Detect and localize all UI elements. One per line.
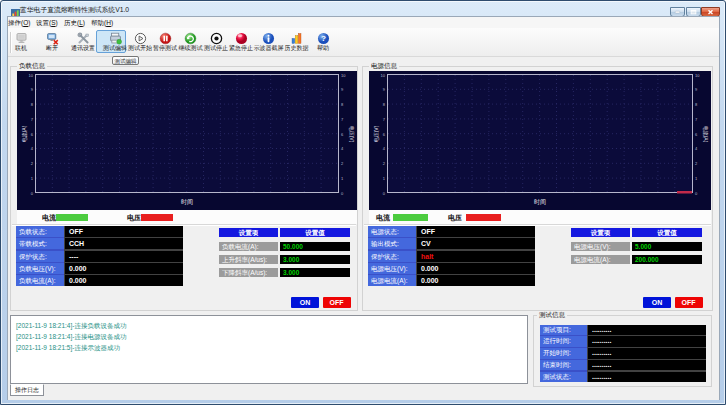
svg-text:2: 2 (383, 161, 386, 166)
svg-text:2: 2 (31, 161, 34, 166)
svg-text:7: 7 (383, 117, 386, 122)
svg-text:9: 9 (31, 87, 34, 92)
svg-text:4: 4 (341, 146, 344, 151)
svg-text:6: 6 (341, 132, 344, 137)
svg-text:10: 10 (695, 73, 700, 78)
svg-text:7: 7 (341, 117, 344, 122)
svg-text:6: 6 (383, 132, 386, 137)
svg-text:7: 7 (31, 117, 34, 122)
svg-text:电压(V): 电压(V) (373, 125, 379, 142)
svg-text:1: 1 (31, 176, 34, 181)
svg-text:0: 0 (383, 191, 386, 196)
svg-text:4: 4 (31, 146, 34, 151)
svg-text:1: 1 (383, 176, 386, 181)
svg-text:电流(A): 电流(A) (702, 126, 709, 143)
svg-text:时间: 时间 (534, 199, 546, 206)
svg-text:时间: 时间 (181, 199, 193, 206)
svg-text:2: 2 (695, 161, 698, 166)
svg-text:0: 0 (695, 191, 698, 196)
svg-text:0: 0 (31, 191, 34, 196)
svg-text:6: 6 (31, 132, 34, 137)
svg-text:9: 9 (341, 87, 344, 92)
svg-text:4: 4 (383, 146, 386, 151)
svg-text:10: 10 (341, 73, 346, 78)
svg-text:8: 8 (31, 102, 34, 107)
svg-text:4: 4 (695, 146, 698, 151)
svg-text:电压(V): 电压(V) (349, 126, 355, 143)
svg-text:9: 9 (695, 87, 698, 92)
svg-text:1: 1 (341, 176, 344, 181)
svg-text:7: 7 (695, 117, 698, 122)
svg-text:9: 9 (383, 87, 386, 92)
svg-text:6: 6 (695, 132, 698, 137)
svg-text:电流(A): 电流(A) (21, 125, 28, 142)
svg-text:8: 8 (341, 102, 344, 107)
svg-text:8: 8 (383, 102, 386, 107)
svg-text:10: 10 (381, 73, 386, 78)
svg-text:10: 10 (29, 73, 34, 78)
svg-text:2: 2 (341, 161, 344, 166)
svg-text:0: 0 (341, 191, 344, 196)
svg-text:8: 8 (695, 102, 698, 107)
svg-text:1: 1 (695, 176, 698, 181)
